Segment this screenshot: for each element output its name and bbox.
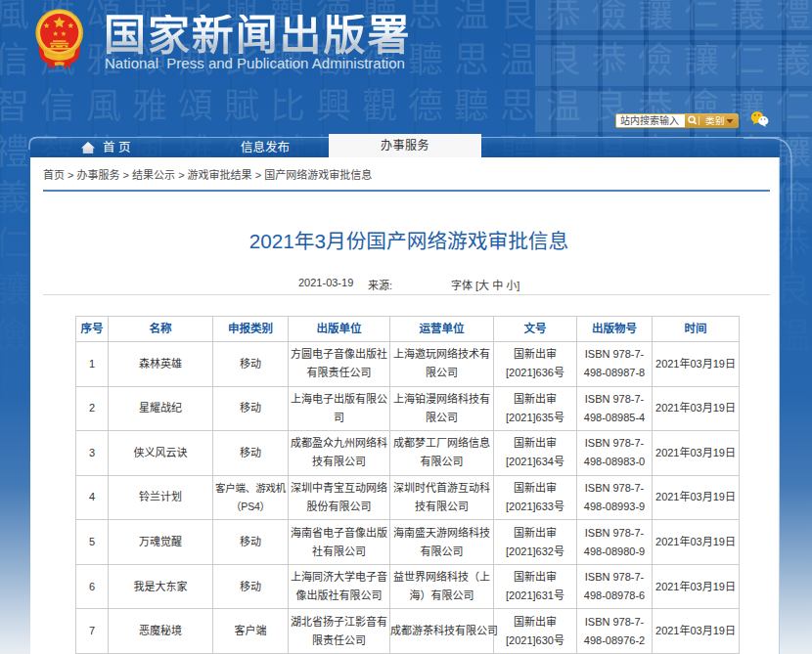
svg-text:类别: 类别 xyxy=(705,115,725,126)
